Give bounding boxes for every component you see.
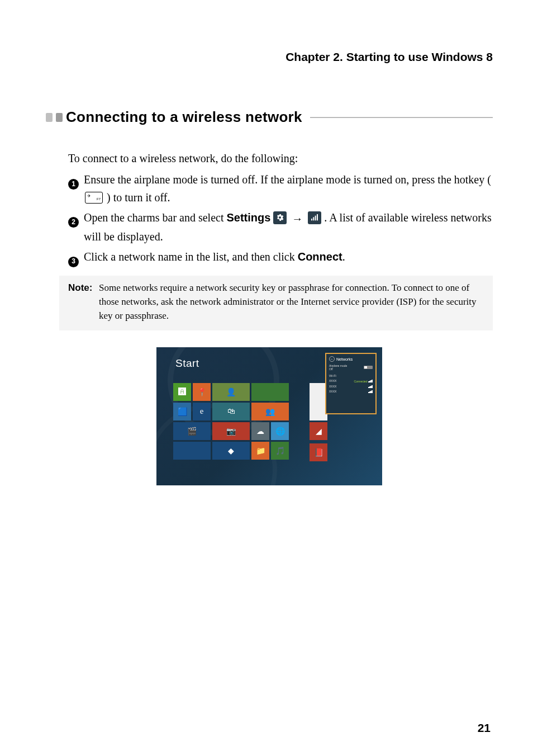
intro-text: To connect to a wireless network, do the…: [68, 150, 493, 166]
start-tiles: 🅰 📍 👤 🟦 e 🛍 👥 🎬 📷 ☁ 🌐 ◆ 📁: [173, 383, 318, 461]
live-tile: 🎬: [173, 422, 211, 440]
airplane-mode-value: Off: [329, 367, 347, 371]
step-2: 2 Open the charms bar and select Setting…: [68, 209, 493, 245]
live-tile: 👤: [212, 383, 250, 401]
live-tile: e: [193, 403, 211, 420]
step-1-text-a: Ensure the airplane mode is turned off. …: [84, 173, 491, 186]
step-3-text-b: .: [342, 251, 345, 263]
signal-icon: [368, 390, 373, 393]
step-3-body: Click a network name in the list, and th…: [84, 248, 493, 266]
note-body: Some networks require a network security…: [99, 281, 484, 323]
signal-icon: [368, 379, 373, 382]
live-tile: 📷: [212, 422, 250, 440]
step-3: 3 Click a network name in the list, and …: [68, 248, 493, 266]
live-tile: 🅰: [173, 383, 191, 401]
title-rule: [310, 117, 493, 118]
step-1-text-b: ) to turn it off.: [107, 191, 170, 204]
steps-list: 1 Ensure the airplane mode is turned off…: [68, 171, 493, 266]
network-name: XXXX: [329, 385, 336, 388]
live-tile: 📍: [193, 383, 211, 401]
live-tile: [251, 383, 289, 401]
signal-bars-icon: [308, 211, 321, 224]
step-number-icon: 1: [68, 179, 79, 190]
step-number-icon: 2: [68, 217, 79, 228]
step-number-icon: 3: [68, 257, 79, 267]
settings-label: Settings: [226, 211, 270, 224]
network-name: XXXX: [329, 379, 336, 383]
chapter-header: Chapter 2. Starting to use Windows 8: [46, 50, 493, 64]
live-tile: 🎵: [271, 442, 289, 460]
networks-panel: ← Networks Airplane mode Off Wi-Fi XXXX …: [325, 353, 377, 414]
section-title: Connecting to a wireless network: [66, 108, 302, 126]
bullet-decor-icon: [46, 113, 53, 122]
live-tile: ☁: [251, 422, 269, 440]
hotkey-fn-label: F7: [97, 197, 101, 202]
live-tile: ◆: [212, 442, 250, 460]
live-tile: 📁: [251, 442, 269, 460]
live-tile: 🛍: [212, 403, 250, 420]
step-3-text-a: Click a network name in the list, and th…: [84, 251, 298, 263]
step-1: 1 Ensure the airplane mode is turned off…: [68, 171, 493, 206]
airplane-mode-row: Airplane mode Off: [329, 364, 373, 371]
signal-icon: [368, 385, 373, 388]
network-status: Connected: [354, 380, 367, 383]
section-title-row: Connecting to a wireless network: [46, 108, 493, 126]
connect-label: Connect: [298, 251, 342, 263]
arrow-icon: →: [292, 212, 303, 225]
note-label: Note:: [68, 281, 99, 295]
wifi-network-item: XXXX Connected: [329, 379, 373, 383]
networks-panel-title: ← Networks: [329, 356, 373, 362]
svg-rect-2: [315, 216, 316, 221]
step-1-body: Ensure the airplane mode is turned off. …: [84, 171, 493, 206]
wifi-section-label: Wi-Fi: [329, 374, 373, 377]
hotkey-airplane-icon: ✈ F7: [85, 192, 103, 204]
bullet-decor-icon: [56, 113, 63, 122]
airplane-toggle-icon: [364, 366, 373, 369]
wifi-network-item: XXXX: [329, 390, 373, 393]
live-tile: [173, 442, 211, 460]
settings-gear-icon: [273, 211, 287, 224]
svg-rect-0: [311, 219, 312, 220]
networks-title-text: Networks: [336, 357, 353, 361]
live-tile: 👥: [251, 403, 289, 420]
step-2-body: Open the charms bar and select Settings …: [84, 209, 493, 245]
back-arrow-icon: ←: [329, 356, 335, 362]
page-number: 21: [478, 721, 491, 735]
wifi-network-item: XXXX: [329, 385, 373, 388]
screenshot-figure: Start 🅰 📍 👤 🟦 e 🛍 👥 🎬 📷 ☁ 🌐: [156, 347, 382, 485]
svg-rect-1: [313, 218, 315, 221]
svg-rect-3: [317, 214, 318, 220]
step-2-text-a: Open the charms bar and select: [84, 211, 226, 224]
live-tile: 🌐: [271, 422, 289, 440]
live-tile: 🟦: [173, 403, 191, 420]
live-tile: 📕: [310, 443, 327, 461]
network-name: XXXX: [329, 390, 336, 393]
live-tile: ◢: [310, 422, 327, 440]
note-box: Note: Some networks require a network se…: [59, 276, 493, 330]
airplane-glyph-icon: ✈: [87, 193, 91, 200]
start-label: Start: [175, 357, 199, 370]
